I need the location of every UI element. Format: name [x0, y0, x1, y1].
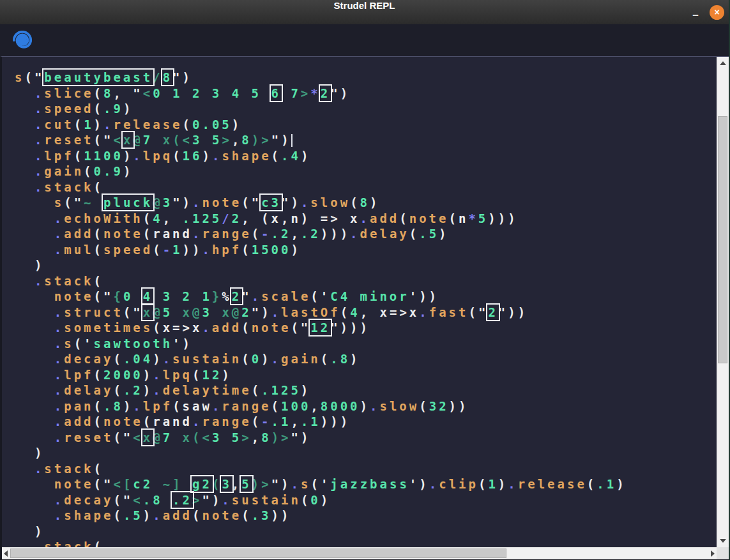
code-token: 4: [153, 211, 162, 225]
vertical-scrollbar[interactable]: [717, 57, 729, 547]
code-token: pan: [64, 399, 93, 413]
code-token: "): [330, 86, 350, 100]
code-line: .s('sawtooth'): [15, 336, 715, 352]
code-token: 4: [350, 305, 360, 319]
code-token: .: [153, 368, 162, 382]
code-token: add: [64, 227, 93, 241]
code-token: [202, 133, 212, 147]
code-token: stack: [44, 540, 93, 547]
code-token: 8000: [321, 399, 360, 413]
code-content[interactable]: s("beautybeast/8") .slice(8, "<0 1 2 3 4…: [2, 57, 715, 547]
code-token: 2: [232, 211, 241, 225]
code-token: mul: [64, 243, 93, 257]
titlebar[interactable]: Strudel REPL – ×: [0, 0, 729, 25]
code-token: (": [64, 195, 84, 209]
code-token: (: [172, 399, 182, 413]
code-token: <: [202, 430, 211, 444]
strudel-logo-icon: [13, 31, 32, 50]
code-token: 5: [232, 430, 241, 444]
code-token: (: [271, 149, 281, 163]
code-token: 3 2 1: [153, 289, 212, 303]
code-token: (: [301, 493, 310, 507]
code-token: 12: [202, 368, 222, 382]
code-token: ): [202, 149, 211, 163]
code-line: .speed(.9): [15, 101, 715, 117]
code-token: .4: [281, 149, 301, 163]
scroll-right-button[interactable]: [709, 549, 717, 558]
code-token: [15, 289, 54, 303]
code-token: echoWith: [64, 211, 143, 225]
code-token: ": [241, 289, 251, 303]
window-controls: – ×: [691, 0, 724, 24]
code-line: .stack(: [15, 539, 715, 547]
code-token: .2: [123, 383, 143, 397]
code-token: (: [143, 227, 153, 241]
code-token: .: [54, 321, 64, 335]
code-token: [15, 430, 54, 444]
code-token: @: [192, 305, 202, 319]
code-token: .: [34, 86, 44, 100]
code-token: clip: [439, 477, 478, 491]
close-button[interactable]: ×: [710, 5, 724, 20]
code-token: (": [123, 305, 143, 319]
code-editor[interactable]: s("beautybeast/8") .slice(8, "<0 1 2 3 4…: [0, 56, 729, 559]
code-token: .: [54, 305, 64, 319]
code-token: (: [94, 368, 103, 382]
code-token: .: [133, 399, 142, 413]
code-token: struct: [64, 305, 123, 319]
code-token: .: [370, 399, 379, 413]
code-line: .add(note(rand.range(-.2,.2))).delay(.5): [15, 226, 715, 242]
code-token: <: [113, 477, 123, 491]
code-token: .: [54, 430, 64, 444]
code-token: 2: [321, 86, 330, 100]
code-token: .: [54, 352, 64, 366]
code-token: (": [94, 289, 114, 303]
code-token: 3: [222, 477, 231, 491]
code-token: [15, 164, 34, 178]
code-token: speed: [103, 243, 153, 257]
code-token: ): [261, 352, 271, 366]
code-token: [15, 211, 54, 225]
code-token: [: [123, 477, 133, 491]
code-line: note("{0 4 3 2 1}%2".scale('C4 minor')): [15, 289, 715, 305]
code-line: .decay(.04).sustain(0).gain(.8): [15, 351, 715, 367]
code-token: c3: [261, 195, 281, 209]
horizontal-scroll-thumb[interactable]: [10, 549, 506, 558]
horizontal-scrollbar[interactable]: [2, 547, 717, 559]
code-token: (: [399, 211, 409, 225]
code-token: 0.9: [94, 164, 123, 178]
code-token: ))): [488, 211, 517, 225]
code-token: .: [252, 289, 261, 303]
code-token: [15, 321, 54, 335]
code-token: (: [94, 414, 103, 428]
code-token: c2: [133, 477, 153, 491]
vertical-scroll-thumb[interactable]: [718, 116, 727, 363]
code-token: [15, 508, 54, 522]
code-token: ): [123, 164, 133, 178]
code-token: @: [133, 133, 142, 147]
code-token: *: [310, 86, 320, 100]
scroll-up-button[interactable]: [717, 58, 729, 68]
code-token: /: [153, 70, 162, 84]
spiral-path: [14, 32, 31, 47]
code-token: .5: [123, 508, 143, 522]
code-line: .pan(.8).lpf(saw.range(100,8000).slow(32…: [15, 398, 715, 414]
code-token: x: [123, 133, 133, 147]
code-token: (: [448, 211, 458, 225]
code-token: (: [172, 133, 182, 147]
minimize-button[interactable]: –: [691, 6, 700, 19]
code-token: slice: [44, 86, 93, 100]
code-token: ): [301, 383, 310, 397]
code-token: <: [133, 493, 142, 507]
scroll-left-button[interactable]: [2, 549, 10, 558]
code-token: .1: [271, 414, 291, 428]
code-token: sawtooth: [94, 337, 173, 351]
code-token: 4: [143, 289, 153, 303]
code-token: >: [192, 493, 202, 507]
code-token: decay: [64, 352, 113, 366]
code-token: 2: [241, 305, 251, 319]
code-token: ): [232, 117, 241, 132]
code-token: [15, 274, 34, 288]
scroll-down-button[interactable]: [717, 536, 729, 546]
code-line: .slice(8, "<0 1 2 3 4 5 6 7>*2"): [15, 86, 715, 102]
